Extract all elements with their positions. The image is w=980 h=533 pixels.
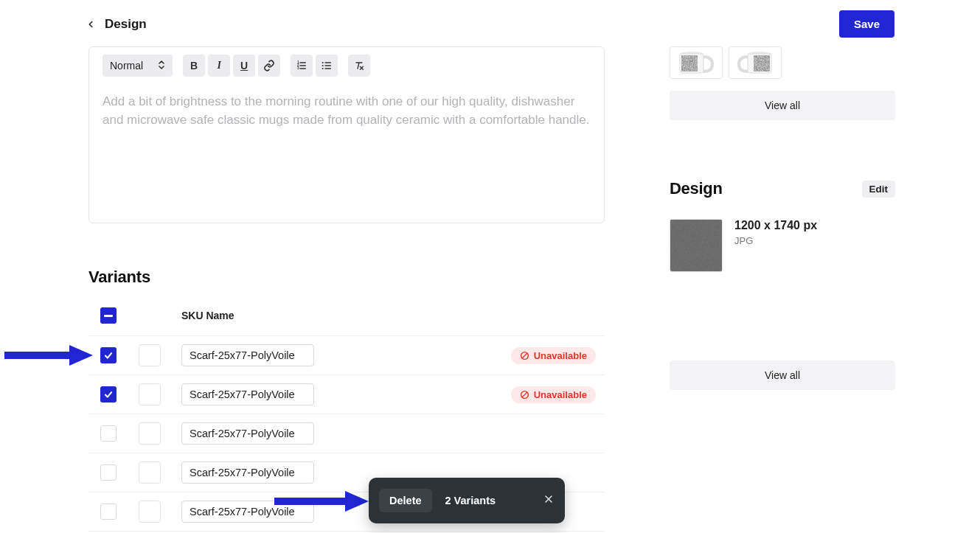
- row-checkbox[interactable]: [100, 347, 117, 363]
- selection-count-label: 2 Variants: [445, 495, 496, 506]
- unordered-list-button[interactable]: [316, 55, 338, 77]
- svg-rect-24: [670, 220, 722, 271]
- sku-input[interactable]: [181, 422, 314, 445]
- svg-marker-28: [345, 491, 369, 512]
- row-checkbox[interactable]: [100, 425, 117, 442]
- svg-point-10: [322, 65, 324, 66]
- design-file-type: JPG: [734, 235, 817, 246]
- underline-button[interactable]: U: [233, 55, 255, 77]
- svg-marker-26: [69, 345, 93, 366]
- edit-design-button[interactable]: Edit: [862, 181, 896, 198]
- row-checkbox[interactable]: [100, 386, 117, 403]
- annotation-arrow: [4, 344, 93, 367]
- unavailable-icon: [520, 351, 529, 360]
- minus-icon: [104, 315, 113, 317]
- svg-rect-23: [755, 57, 768, 70]
- delete-button[interactable]: Delete: [379, 489, 432, 512]
- variants-heading: Variants: [88, 268, 605, 287]
- row-checkbox[interactable]: [100, 504, 117, 520]
- description-text[interactable]: Add a bit of brightness to the morning r…: [102, 84, 591, 129]
- caret-icon: [158, 60, 165, 72]
- variant-thumbnail[interactable]: [139, 422, 161, 445]
- design-section-heading: Design: [670, 179, 723, 198]
- sku-column-header: SKU Name: [181, 310, 234, 321]
- variant-thumbnail[interactable]: [139, 461, 161, 484]
- description-card: Normal B I U 123: [88, 46, 605, 223]
- row-checkbox[interactable]: [100, 464, 117, 481]
- view-all-products-button[interactable]: View all: [670, 91, 895, 120]
- svg-line-17: [522, 392, 527, 397]
- status-badge: Unavailable: [511, 347, 596, 364]
- status-badge: Unavailable: [511, 386, 596, 403]
- view-all-designs-button[interactable]: View all: [670, 360, 895, 390]
- sku-input[interactable]: [181, 461, 314, 484]
- variant-thumbnail[interactable]: [139, 344, 161, 366]
- ordered-list-button[interactable]: 123: [291, 55, 313, 77]
- variant-thumbnail[interactable]: [139, 501, 161, 523]
- product-thumbnail[interactable]: [670, 46, 723, 79]
- table-row: Unavailable: [88, 375, 605, 414]
- svg-rect-20: [683, 57, 696, 70]
- svg-point-11: [322, 68, 324, 69]
- svg-point-9: [322, 62, 324, 63]
- annotation-arrow: [274, 490, 369, 513]
- product-thumbnail[interactable]: [729, 46, 782, 79]
- format-select-label: Normal: [110, 60, 143, 72]
- bulk-action-toast: Delete 2 Variants: [369, 478, 565, 523]
- svg-line-15: [522, 353, 527, 358]
- bold-button[interactable]: B: [183, 55, 205, 77]
- save-button[interactable]: Save: [839, 10, 894, 38]
- unavailable-icon: [520, 390, 529, 400]
- design-thumbnail[interactable]: [670, 219, 723, 272]
- svg-text:3: 3: [297, 66, 299, 70]
- clear-format-button[interactable]: [348, 55, 370, 77]
- back-icon[interactable]: [86, 19, 96, 29]
- table-row: Unavailable: [88, 336, 605, 375]
- design-dimensions: 1200 x 1740 px: [734, 219, 817, 232]
- close-toast-button[interactable]: [543, 493, 555, 508]
- table-row: [88, 414, 605, 453]
- select-all-checkbox[interactable]: [100, 307, 117, 324]
- sku-input[interactable]: [181, 344, 314, 366]
- variant-thumbnail[interactable]: [139, 383, 161, 405]
- link-button[interactable]: [258, 55, 280, 77]
- sku-input[interactable]: [181, 383, 314, 405]
- table-header: SKU Name: [88, 307, 605, 336]
- italic-button[interactable]: I: [208, 55, 230, 77]
- page-title: Design: [105, 17, 147, 32]
- format-select[interactable]: Normal: [102, 55, 173, 77]
